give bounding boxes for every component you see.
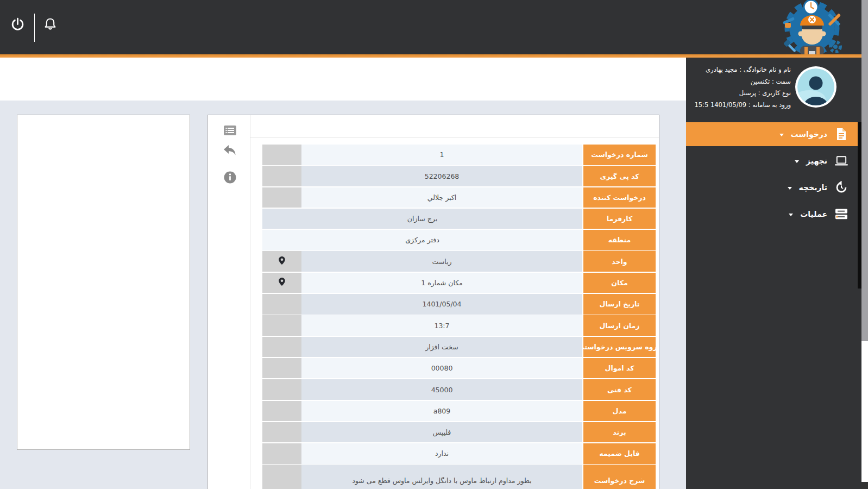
row-value: اکبر جلالي [301,187,582,208]
sidebar-item[interactable]: درخواست [686,122,861,146]
card-header [250,115,659,137]
sidebar-scrollbar-thumb[interactable] [858,122,861,289]
row-label: تاریخ ارسال [583,294,656,315]
undo-arrow-icon [223,145,237,159]
row-value: a809 [301,401,582,422]
location-pin-icon [278,256,286,267]
user-position: سمت : تکنسین [690,78,791,85]
row-label: کد فنی [583,379,656,400]
row-label: گروه سرویس درخواستی [583,337,656,358]
table-row: کد فنی45000 [262,379,656,400]
breadcrumb-band: درخواستجزئیات درخواستلیست [0,58,686,101]
row-label: واحد [583,251,656,272]
bell-icon [42,16,58,34]
user-info: نام و نام خانوادگی : مجید بهادری سمت : ت… [690,66,791,112]
sidebar-item[interactable]: تاریخچه [686,175,861,199]
row-value: دفتر مرکزی [262,230,582,250]
chevron-down-icon [789,214,793,216]
power-button[interactable] [7,15,28,35]
row-icon-cell [262,273,301,293]
chevron-down-icon [795,160,799,163]
undo-button[interactable] [223,145,237,159]
request-detail-table: شماره درخواست1کد پی گیری52206268درخواست … [262,145,656,489]
row-value: مکان شماره 1 [301,273,582,293]
row-label: کارفرما [583,209,656,229]
table-row: منطقهدفتر مرکزی [262,230,656,250]
row-value: 1 [301,145,582,165]
row-value: سخت افزار [301,337,582,358]
table-row: واحدریاست [262,251,656,272]
sidebar-menu: درخواستتجهیزتاریخچهعملیات [686,122,861,229]
notifications-button[interactable] [40,15,60,35]
table-row: شرح درخواستبطور مداوم ارتباط ماوس با دان… [262,465,656,489]
row-value: فلیپس [301,422,582,443]
table-row: برندفلیپس [262,422,656,443]
row-value: ریاست [301,251,582,272]
row-icon-cell [262,358,301,379]
row-icon-cell [262,443,301,464]
list-icon [224,126,236,137]
page-scrollbar-down-button[interactable] [861,482,868,489]
top-bar [0,0,868,54]
row-icon-cell [262,187,301,208]
table-row: کارفرمابرج سازان [262,209,656,229]
row-label: مدل [583,401,656,422]
page-scrollbar-thumb[interactable] [861,0,868,341]
row-value: بطور مداوم ارتباط ماوس با دانگل وایرلس م… [301,465,582,489]
sidebar-item[interactable]: عملیات [686,202,861,226]
technician-logo [781,0,844,56]
table-row: تاریخ ارسال1401/05/04 [262,294,656,315]
row-label: منطقه [583,230,656,250]
page-scrollbar [861,0,868,489]
table-row: فایل ضمیمهندارد [262,443,656,464]
location-pin-icon [278,277,286,289]
info-button[interactable] [223,171,237,185]
row-icon-cell [262,401,301,422]
sidebar-item-label: عملیات [800,210,827,218]
row-label: کد اموال [583,358,656,379]
row-icon-cell [262,166,301,186]
avatar [795,66,836,108]
info-icon [224,171,236,186]
row-icon-cell [262,294,301,315]
server-icon [834,207,848,221]
details-list-button[interactable] [223,124,237,139]
table-row: کد پی گیری52206268 [262,166,656,186]
power-icon [10,17,25,34]
chevron-down-icon [788,187,792,190]
row-label: درخواست کننده [583,187,656,208]
row-label: برند [583,422,656,443]
table-row: کد اموال00080 [262,358,656,379]
row-label: زمان ارسال [583,315,656,336]
row-value: 00080 [301,358,582,379]
row-label: فایل ضمیمه [583,443,656,464]
row-icon-cell [262,465,301,489]
request-detail-card: شماره درخواست1کد پی گیری52206268درخواست … [207,115,659,489]
row-icon-cell [262,251,301,272]
table-row: زمان ارسال13:7 [262,315,656,336]
laptop-icon [834,154,848,168]
row-value: برج سازان [262,209,582,229]
card-toolbar [208,115,250,489]
row-label: مکان [583,273,656,293]
sidebar: نام و نام خانوادگی : مجید بهادری سمت : ت… [686,58,861,489]
side-empty-panel [17,115,190,450]
topbar-divider [34,14,35,42]
sidebar-item-label: تاریخچه [799,183,828,192]
row-label: کد پی گیری [583,166,656,186]
table-row: گروه سرویس درخواستیسخت افزار [262,337,656,358]
row-label: شرح درخواست [583,465,656,489]
row-icon-cell [262,315,301,336]
sidebar-item-label: تجهیز [806,156,827,165]
table-row: شماره درخواست1 [262,145,656,165]
row-value: 52206268 [301,166,582,186]
sidebar-item[interactable]: تجهیز [686,149,861,173]
row-value: ندارد [301,443,582,464]
table-row: درخواست کنندهاکبر جلالي [262,187,656,208]
table-row: مدلa809 [262,401,656,422]
user-login-time: ورود به سامانه : 1401/05/09 15:5 [690,101,791,109]
chevron-down-icon [779,134,784,136]
row-value: 13:7 [301,315,582,336]
row-value: 45000 [301,379,582,400]
document-icon [834,127,848,141]
